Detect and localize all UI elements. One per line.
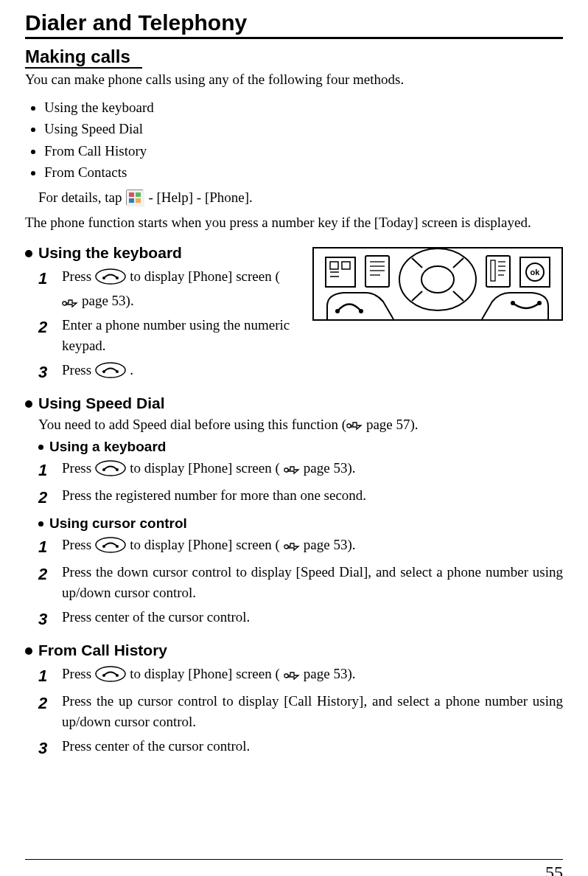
talk-button-icon xyxy=(95,666,126,682)
step: 2 Press the down cursor control to displ… xyxy=(38,562,563,604)
svg-rect-26 xyxy=(486,256,510,287)
bullet-icon xyxy=(38,445,43,450)
method-item: Using the keyboard xyxy=(44,97,563,118)
svg-point-37 xyxy=(511,301,515,305)
step-number: 2 xyxy=(38,485,62,510)
intro-text: You can make phone calls using any of th… xyxy=(25,72,563,88)
step: 2 Press the up cursor control to display… xyxy=(38,691,563,733)
start-menu-icon xyxy=(126,190,144,206)
svg-point-36 xyxy=(359,309,363,313)
talk-button-icon xyxy=(95,537,126,553)
step: 3 Press center of the cursor control. xyxy=(38,607,563,631)
subsection-speed-keyboard: Using a keyboard xyxy=(38,439,563,455)
phone-function-note: The phone function starts when you press… xyxy=(25,215,563,231)
step: 3 Press center of the cursor control. xyxy=(38,736,563,760)
svg-point-21 xyxy=(421,266,454,293)
svg-point-35 xyxy=(335,309,340,313)
details-prefix: For details, tap xyxy=(38,190,122,206)
step: 1 Press to display [Phone] screen ( page… xyxy=(38,458,563,482)
talk-button-icon xyxy=(95,362,126,378)
step-number: 2 xyxy=(38,691,62,715)
hand-point-icon xyxy=(284,462,300,475)
bullet-icon xyxy=(25,250,32,257)
step-number: 3 xyxy=(38,736,62,760)
details-suffix: - [Help] - [Phone]. xyxy=(148,190,252,206)
hand-point-icon xyxy=(284,667,300,681)
hand-point-icon xyxy=(62,295,78,308)
bullet-icon xyxy=(38,521,43,526)
details-line: For details, tap - [Help] - [Phone]. xyxy=(38,190,563,206)
page-number: 55 xyxy=(545,863,563,876)
step: 1 Press to display [Phone] screen ( page… xyxy=(38,266,298,312)
step: 2 Press the registered number for more t… xyxy=(38,485,563,510)
speed-dial-note: You need to add Speed dial before using … xyxy=(38,417,563,433)
step-number: 1 xyxy=(38,664,62,688)
device-keypad-figure: ok xyxy=(312,247,563,321)
step-number: 3 xyxy=(38,360,62,384)
subsection-using-speed-dial: Using Speed Dial xyxy=(25,394,563,412)
subsection-speed-cursor: Using cursor control xyxy=(38,515,563,532)
step-number: 1 xyxy=(38,458,62,482)
subsection-from-call-history: From Call History xyxy=(25,642,563,659)
hand-point-icon xyxy=(346,419,363,432)
step: 1 Press to display [Phone] screen ( page… xyxy=(38,664,563,688)
step-number: 1 xyxy=(38,535,62,559)
step-number: 2 xyxy=(38,562,62,586)
method-item: From Contacts xyxy=(44,161,563,183)
section-title: Making calls xyxy=(25,46,142,69)
page-footer: 55 xyxy=(25,859,563,861)
talk-button-icon xyxy=(95,268,126,285)
chapter-title: Dialer and Telephony xyxy=(25,10,563,39)
step: 3 Press . xyxy=(38,360,563,384)
bullet-icon xyxy=(25,400,32,408)
talk-button-icon xyxy=(95,460,126,476)
step: 1 Press to display [Phone] screen ( page… xyxy=(38,535,563,559)
bullet-icon xyxy=(25,647,32,655)
svg-point-38 xyxy=(537,301,542,305)
method-item: From Call History xyxy=(44,140,563,161)
step-number: 2 xyxy=(38,315,62,339)
method-item: Using Speed Dial xyxy=(44,118,563,139)
svg-rect-15 xyxy=(365,256,389,287)
step-number: 3 xyxy=(38,607,62,631)
svg-text:ok: ok xyxy=(531,268,541,277)
step: 2 Enter a phone number using the numeric… xyxy=(38,315,298,357)
step-number: 1 xyxy=(38,266,62,291)
method-list: Using the keyboard Using Speed Dial From… xyxy=(25,97,563,184)
hand-point-icon xyxy=(284,538,300,552)
